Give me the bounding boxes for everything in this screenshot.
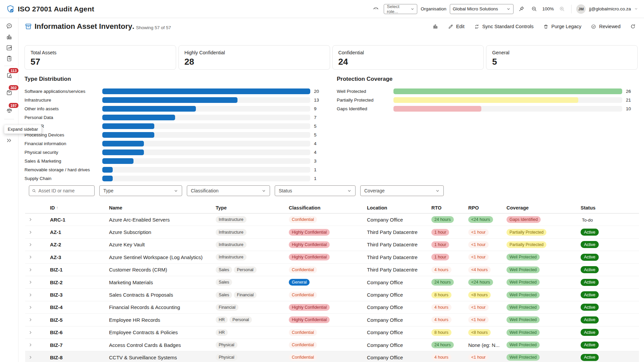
asset-search-input[interactable]	[38, 188, 92, 193]
chart-value-label: 21	[626, 98, 631, 103]
coverage-filter-dropdown[interactable]: Coverage	[360, 185, 444, 196]
avatar[interactable]: JM	[576, 4, 586, 14]
chart-bar-fill	[102, 158, 133, 164]
table-row[interactable]: AZ-2 Azure Key Vault Infrastructure High…	[25, 239, 639, 251]
chevron-right-icon	[28, 293, 33, 297]
chart-view-button[interactable]	[432, 23, 438, 29]
table-row[interactable]: BIZ-8 CCTV & Surveillance Systems Physic…	[25, 351, 639, 362]
table-row[interactable]: BIZ-6 Employee Contracts & Policies HR C…	[25, 326, 639, 339]
rto-badge: 1 hour	[431, 241, 449, 248]
column-header-status[interactable]: Status	[581, 205, 639, 210]
box-icon[interactable]: 302	[4, 87, 14, 98]
chevron-down-icon	[262, 189, 266, 193]
refresh-button[interactable]	[630, 23, 636, 29]
row-expand-cell[interactable]	[25, 317, 50, 322]
chart-bar-fill	[102, 167, 113, 173]
type-tags: Financial	[216, 304, 289, 311]
chart-row: Well Protected 26	[337, 87, 640, 96]
chart-bar-track	[102, 88, 310, 94]
chevron-down-icon[interactable]	[634, 7, 638, 11]
reviewed-button[interactable]: Reviewed	[591, 24, 621, 29]
row-expand-cell[interactable]	[25, 217, 50, 222]
row-expand-cell[interactable]	[25, 267, 50, 272]
table-row[interactable]: BIZ-1 Customer Records (CRM) SalesPerson…	[25, 264, 639, 276]
chart-row: Physical security 4	[24, 148, 326, 157]
row-expand-cell[interactable]	[25, 343, 50, 347]
check-circle-icon	[591, 24, 596, 29]
zoom-in-icon[interactable]	[557, 4, 567, 14]
column-header-classification[interactable]: Classification	[289, 205, 367, 210]
pin-icon[interactable]	[517, 4, 526, 14]
asset-name: Azure Arc-Enabled Servers	[109, 217, 216, 223]
column-header-coverage[interactable]: Coverage	[506, 205, 581, 210]
page-title: Information Asset Inventory	[35, 22, 132, 31]
coverage-badge: Well Protected	[506, 354, 540, 361]
row-expand-cell[interactable]	[25, 255, 50, 259]
coverage-badge: Partially Protected	[506, 229, 546, 236]
rto-badge: 1 hour	[431, 254, 449, 260]
table-row[interactable]: AZ-3 Azure Sentinel Workspace (Log Analy…	[25, 251, 639, 263]
sync-standard-controls-button[interactable]: Sync Standard Controls	[474, 24, 534, 29]
chart-row: Processing Devices 5	[24, 130, 326, 139]
notification-badge: 197	[8, 102, 19, 109]
table-row[interactable]: AZ-1 Azure Subscription Infrastructure H…	[25, 226, 639, 238]
table-row[interactable]: BIZ-3 Sales Contracts & Proposals SalesF…	[25, 289, 639, 301]
column-header-rpo[interactable]: RPO	[468, 205, 506, 210]
type-filter-dropdown[interactable]: Type	[99, 185, 182, 196]
type-tag: Financial	[216, 304, 238, 311]
rpo-badge: <1 hour	[468, 229, 489, 236]
stat-value: 28	[184, 57, 324, 67]
expand-sidebar-icon[interactable]	[4, 135, 14, 146]
chat-icon[interactable]	[4, 20, 14, 31]
chart-value-label: 10	[626, 106, 631, 111]
row-expand-cell[interactable]	[25, 242, 50, 247]
clipboard-checklist-icon[interactable]	[4, 53, 14, 64]
row-expand-cell[interactable]	[25, 305, 50, 310]
document-search-icon[interactable]: 113	[4, 70, 14, 81]
chart-bar-track	[102, 132, 310, 138]
column-header-id[interactable]: ID↑	[50, 205, 109, 210]
sort-ascending-icon: ↑	[56, 205, 58, 210]
zoom-out-icon[interactable]	[530, 4, 539, 14]
chart-value-label: 1	[314, 167, 317, 172]
table-row[interactable]: ARC-1 Azure Arc-Enabled Servers Infrastr…	[25, 214, 639, 226]
table-row[interactable]: BIZ-7 Access Control Cards & Badges Phys…	[25, 339, 639, 351]
type-tag: Sales	[216, 266, 232, 273]
asset-id: BIZ-5	[50, 317, 109, 323]
user-email[interactable]: jj@globalmicro.co.za	[589, 6, 631, 11]
chevron-down-icon	[174, 189, 178, 193]
edit-button[interactable]: Edit	[448, 24, 465, 29]
asset-search-box[interactable]	[29, 185, 95, 196]
row-expand-cell[interactable]	[25, 293, 50, 297]
classification-badge: Confidential	[289, 292, 317, 298]
scale-icon[interactable]: 197	[4, 105, 14, 116]
row-expand-cell[interactable]	[25, 355, 50, 360]
trend-chart-icon[interactable]	[4, 42, 14, 53]
bar-chart-icon[interactable]	[4, 32, 14, 42]
status-filter-dropdown[interactable]: Status	[275, 185, 356, 196]
organisation-select[interactable]: Global Micro Solutions	[450, 4, 514, 14]
classification-badge: Confidential	[289, 266, 317, 273]
asset-name: Azure Sentinel Workspace (Log Analytics)	[109, 254, 216, 260]
chart-bar-track	[102, 176, 310, 181]
role-select[interactable]: Select role...	[384, 4, 417, 14]
type-tag: Infrastructure	[216, 216, 247, 223]
row-expand-cell[interactable]	[25, 230, 50, 235]
rto-badge: 4 hours	[431, 316, 451, 323]
table-row[interactable]: BIZ-4 Financial Records & Accounting Fin…	[25, 301, 639, 314]
table-row[interactable]: BIZ-2 Marketing Materials Sales General …	[25, 276, 639, 289]
column-header-location[interactable]: Location	[367, 205, 431, 210]
column-header-rto[interactable]: RTO	[431, 205, 468, 210]
row-expand-cell[interactable]	[25, 330, 50, 335]
column-header-name[interactable]: Name	[109, 205, 216, 210]
rto-badge: 8 hours	[431, 292, 451, 298]
rpo-badge: <1 hour	[468, 254, 489, 260]
row-expand-cell[interactable]	[25, 280, 50, 285]
table-row[interactable]: BIZ-5 Employee HR Records HRPersonal Hig…	[25, 314, 639, 326]
view-eye-icon[interactable]	[371, 4, 380, 14]
classification-filter-dropdown[interactable]: Classification	[187, 185, 270, 196]
purge-legacy-button[interactable]: Purge Legacy	[543, 24, 581, 29]
column-header-type[interactable]: Type	[216, 205, 289, 210]
classification-badge: Confidential	[289, 354, 317, 361]
sync-icon	[474, 24, 480, 29]
